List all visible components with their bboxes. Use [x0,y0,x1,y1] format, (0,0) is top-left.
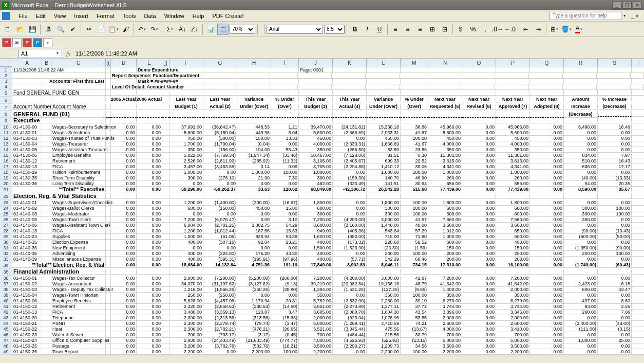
pdf-icon-2[interactable]: P [23,38,32,47]
menu-format[interactable]: Format [92,12,119,20]
menu-file[interactable]: File [14,12,32,20]
col-header-]][interactable]: ]] [162,59,169,67]
font-color-icon[interactable]: A▾ [573,24,584,35]
row-header-11[interactable]: 11 [0,130,12,136]
row-header-45[interactable]: 45 [0,326,12,332]
row-header-39[interactable]: 39 [0,293,12,298]
font-size-select[interactable]: 8.5 [324,25,345,34]
col-header-P[interactable]: P [496,59,530,67]
row-header-26[interactable]: 26 [0,217,12,223]
row-header-2[interactable]: 2 [0,73,12,79]
pdf-icon-4[interactable]: ▫ [43,38,52,47]
format-painter-icon[interactable]: 🖌 [120,24,131,35]
col-header-J[interactable]: J [299,59,333,67]
row-header-18[interactable]: 18 [0,170,12,175]
fx-icon[interactable]: fx [66,50,70,57]
row-header-29[interactable]: 29 [0,234,12,240]
row-header-22[interactable]: 22 [0,193,12,200]
row-header-21[interactable]: 21 [0,187,12,193]
row-header-47[interactable]: 47 [0,338,12,343]
increase-indent-icon[interactable]: ⇥ [533,24,544,35]
col-header-H[interactable]: H [237,59,271,67]
row-header-1[interactable]: 1 [0,67,12,73]
print-icon[interactable]: 🖶 [43,24,54,35]
menu-window[interactable]: Window [160,12,188,20]
col-header-[([interactable]: [( [106,59,111,67]
menu-pdfcreate[interactable]: PDF Create! [208,12,248,20]
col-header-A[interactable]: A [12,59,42,67]
borders-icon[interactable]: ⊞▾ [548,24,560,35]
row-header-23[interactable]: 23 [0,200,12,206]
spelling-icon[interactable]: ✔ [67,24,79,35]
menu-view[interactable]: View [50,12,70,20]
copy-icon[interactable]: 📄 [96,24,107,35]
col-header-M[interactable]: M [401,59,428,67]
cut-icon[interactable]: ✂ [83,24,94,35]
row-header-40[interactable]: 40 [0,298,12,304]
align-right-icon[interactable]: ≡ [414,24,426,35]
row-header-15[interactable]: 15 [0,153,12,158]
row-header-49[interactable]: 49 [0,349,12,355]
row-header-12[interactable]: 12 [0,136,12,141]
zoom-select[interactable]: 70% [230,25,255,34]
comma-icon[interactable]: , [480,24,491,35]
italic-icon[interactable]: I [362,24,373,35]
row-header-43[interactable]: 43 [0,315,12,321]
row-header-44[interactable]: 44 [0,321,12,326]
row-header-32[interactable]: 32 [0,251,12,257]
menu-edit[interactable]: Edit [32,12,50,20]
row-header-5[interactable]: 5 [0,90,12,97]
pdf-icon-3[interactable]: P [33,38,42,47]
col-header-G[interactable]: G [203,59,237,67]
sort-asc-icon[interactable]: A↓ [177,24,188,35]
row-header-17[interactable]: 17 [0,164,12,170]
drawing-icon[interactable]: ⬚ [217,24,229,35]
print-preview-icon[interactable]: 🔍 [55,24,66,35]
align-center-icon[interactable]: ≡ [402,24,413,35]
row-header-48[interactable]: 48 [0,343,12,349]
row-header-31[interactable]: 31 [0,245,12,251]
close-button[interactable]: ✕ [633,2,642,9]
col-header-F[interactable]: F [169,59,203,67]
wrap-icon[interactable]: ⊟ [439,24,450,35]
row-header-42[interactable]: 42 [0,310,12,315]
row-header-35[interactable]: 35 [0,269,12,276]
row-header-7[interactable]: 7 [0,104,12,111]
undo-icon[interactable]: ↶▾ [136,24,147,35]
decrease-decimal-icon[interactable]: ←.0 [504,24,516,35]
row-header-37[interactable]: 37 [0,281,12,287]
col-header-E[interactable]: E [137,59,162,67]
col-header-L[interactable]: L [367,59,401,67]
col-header-R[interactable]: R [564,59,598,67]
bold-icon[interactable]: B [349,24,361,35]
select-all-corner[interactable] [0,59,12,67]
row-header-16[interactable]: 16 [0,158,12,164]
row-header-36[interactable]: 36 [0,276,12,281]
pdf-icon-1[interactable]: P [2,38,11,47]
row-header-4[interactable]: 4 [0,84,12,90]
col-header-T[interactable]: T [632,59,644,67]
row-header-6[interactable]: 6 [0,97,12,104]
save-icon[interactable]: 💾 [27,24,38,35]
currency-icon[interactable]: $ [455,24,466,35]
row-header-28[interactable]: 28 [0,228,12,234]
row-header-20[interactable]: 20 [0,181,12,187]
row-header-25[interactable]: 25 [0,211,12,217]
col-header-B[interactable]: B [42,59,51,67]
row-header-19[interactable]: 19 [0,175,12,181]
help-search-input[interactable] [550,12,621,20]
minimize-button[interactable]: _ [612,2,621,9]
row-header-14[interactable]: 14 [0,147,12,153]
align-left-icon[interactable]: ≡ [390,24,401,35]
menu-tools[interactable]: Tools [119,12,140,20]
formula-value[interactable]: 11/12/2008 11:46:22 AM [73,50,139,57]
row-header-24[interactable]: 24 [0,206,12,211]
row-header-38[interactable]: 38 [0,287,12,293]
menu-help[interactable]: Help [188,12,209,20]
row-header-34[interactable]: 34 [0,262,12,269]
row-header-8[interactable]: 8 [0,111,12,118]
col-header-D[interactable]: D [111,59,137,67]
col-header-K[interactable]: K [333,59,367,67]
row-header-13[interactable]: 13 [0,141,12,147]
row-header-10[interactable]: 10 [0,124,12,130]
